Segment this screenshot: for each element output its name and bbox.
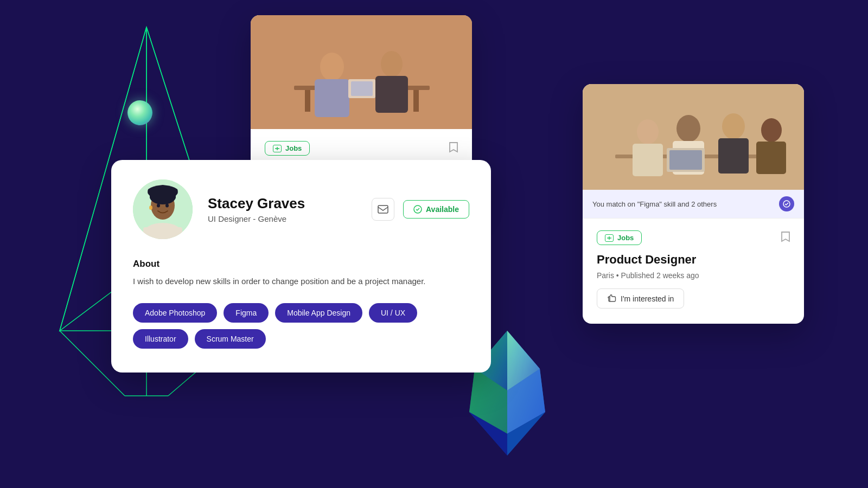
- profile-subtitle: UI Designer - Genève: [208, 214, 356, 223]
- avatar-illustration: [133, 179, 193, 239]
- about-section: About I wish to develop new skills in or…: [133, 259, 469, 288]
- product-designer-card-body: Jobs Product Designer Paris • Published …: [583, 219, 804, 324]
- available-badge[interactable]: Available: [403, 200, 469, 219]
- about-text: I wish to develop new skills in order to…: [133, 275, 469, 288]
- skill-tag[interactable]: UI / UX: [369, 303, 417, 323]
- skill-tag[interactable]: Figma: [224, 303, 269, 323]
- profile-info: Stacey Graves UI Designer - Genève: [208, 195, 356, 223]
- svg-rect-41: [583, 84, 804, 190]
- skill-tag[interactable]: Adobe Photoshop: [133, 303, 217, 323]
- svg-point-48: [157, 204, 160, 208]
- product-designer-card: You match on "Figma" skill and 2 others …: [583, 84, 804, 324]
- brand-designer-card-image: [251, 15, 472, 129]
- match-banner: You match on "Figma" skill and 2 others: [583, 190, 804, 219]
- skills-section: Adobe PhotoshopFigmaMobile App DesignUI …: [133, 303, 469, 349]
- match-icon: [779, 196, 794, 211]
- brand-designer-image-scene: [251, 15, 472, 129]
- mail-button[interactable]: [372, 198, 394, 221]
- skill-tag[interactable]: Mobile App Design: [275, 303, 362, 323]
- interested-button[interactable]: I'm interested in: [597, 288, 684, 309]
- profile-name: Stacey Graves: [208, 195, 356, 212]
- product-designer-meta: Paris • Published 2 weeks ago: [597, 271, 790, 280]
- profile-actions: Available: [372, 198, 469, 221]
- product-designer-card-image: [583, 84, 804, 190]
- product-designer-bookmark[interactable]: [780, 230, 791, 245]
- svg-point-49: [165, 204, 169, 208]
- avatar-circle: [133, 179, 193, 239]
- profile-header: Stacey Graves UI Designer - Genève Avail…: [133, 179, 469, 239]
- about-title: About: [133, 259, 469, 269]
- brand-designer-category: Jobs: [265, 141, 310, 156]
- svg-rect-26: [251, 15, 472, 129]
- brand-designer-bookmark[interactable]: [448, 141, 459, 155]
- product-designer-title: Product Designer: [597, 253, 790, 267]
- svg-rect-53: [378, 206, 388, 213]
- product-designer-image-scene: [583, 84, 804, 190]
- svg-point-50: [149, 206, 152, 210]
- skill-tag[interactable]: Illustrator: [133, 329, 188, 349]
- svg-rect-52: [143, 227, 182, 239]
- avatar: [133, 179, 193, 239]
- decorative-orb: [127, 100, 152, 125]
- profile-card: Stacey Graves UI Designer - Genève Avail…: [111, 160, 491, 373]
- product-designer-category: Jobs: [597, 230, 642, 245]
- skill-tag[interactable]: Scrum Master: [195, 329, 266, 349]
